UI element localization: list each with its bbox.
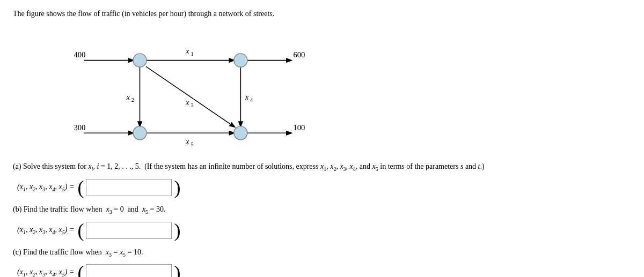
part-c-answer-row: (x1, x2, x3, x4, x5) = ( ) [17,263,631,277]
svg-point-24 [234,54,247,67]
description-text: The figure shows the flow of traffic (in… [13,10,631,18]
right-bracket-a: ) [174,178,180,197]
left-bracket-c: ( [77,263,84,277]
part-a-label: (a) Solve this system for xi, i = 1, 2, … [13,161,631,174]
part-a-section: (a) Solve this system for xi, i = 1, 2, … [13,161,631,197]
traffic-diagram: 400 600 300 100 x 1 x 2 x 3 x 4 x 5 [45,27,324,155]
left-bracket-a: ( [77,178,84,197]
part-a-input[interactable] [86,179,172,196]
part-c-section: (c) Find the traffic flow when x3 = x5 =… [13,246,631,277]
part-b-section: (b) Find the traffic flow when x3 = 0 an… [13,204,631,240]
part-c-label: (c) Find the traffic flow when x3 = x5 =… [13,246,631,259]
part-c-input[interactable] [86,264,172,277]
svg-text:400: 400 [74,50,85,59]
part-b-input[interactable] [86,222,172,239]
part-b-answer-row: (x1, x2, x3, x4, x5) = ( ) [17,221,631,240]
svg-text:1: 1 [191,51,193,57]
svg-text:x: x [126,93,130,101]
and-b-text: and [128,205,138,213]
svg-text:x: x [185,98,189,107]
svg-text:300: 300 [74,123,85,132]
part-c-tuple-label: (x1, x2, x3, x4, x5) = [17,268,74,277]
part-b-label: (b) Find the traffic flow when x3 = 0 an… [13,204,631,216]
svg-text:x: x [185,137,189,146]
svg-point-23 [133,54,147,67]
svg-text:x: x [245,93,249,101]
svg-text:5: 5 [191,141,193,147]
right-bracket-b: ) [174,221,180,240]
part-a-answer-row: (x1, x2, x3, x4, x5) = ( ) [17,178,631,197]
svg-text:2: 2 [131,97,134,103]
svg-point-25 [133,126,147,140]
svg-line-14 [146,66,235,127]
svg-point-26 [234,126,247,140]
left-bracket-b: ( [77,221,84,240]
svg-text:600: 600 [293,50,305,59]
and-text: and [360,162,370,170]
svg-text:x: x [185,47,189,55]
part-a-tuple-label: (x1, x2, x3, x4, x5) = [17,183,74,192]
svg-text:3: 3 [191,102,193,108]
svg-text:100: 100 [293,123,305,132]
part-b-tuple-label: (x1, x2, x3, x4, x5) = [17,226,74,235]
right-bracket-c: ) [174,263,180,277]
svg-text:4: 4 [250,97,253,103]
